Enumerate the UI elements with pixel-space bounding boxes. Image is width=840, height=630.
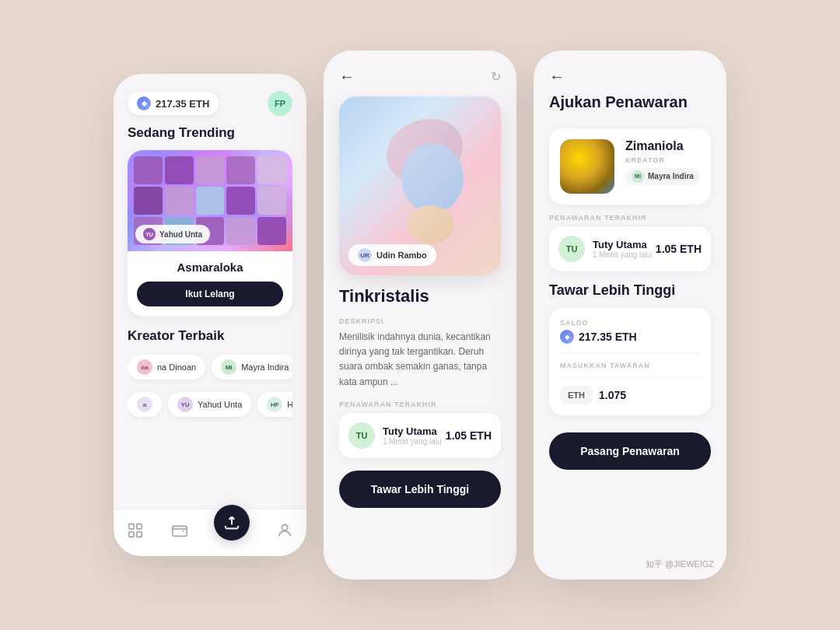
cube [257,156,286,184]
p2-author-name: Udin Rambo [376,250,427,260]
cube [226,187,255,215]
p1-header: ◆ 217.35 ETH FP [114,74,306,125]
p2-author-chip: UR Udin Rambo [348,244,436,266]
eth-balance-badge[interactable]: ◆ 217.35 ETH [128,92,219,115]
nav-wallet-icon[interactable] [170,521,189,540]
svg-rect-2 [129,532,134,537]
p3-bid-amount: 1.05 ETH [656,243,702,255]
nav-profile-icon[interactable] [275,521,294,540]
eth-icon: ◆ [137,96,151,110]
kreator-list-1: na na Dinoan MI Mayra Indira UR [128,348,292,386]
p3-bidder-details: Tuty Utama 1 Menit yang lalu [593,239,652,259]
cube [196,156,225,184]
svg-rect-0 [129,524,134,529]
cube [257,187,286,215]
fp-avatar[interactable]: FP [268,91,292,116]
trending-card: YU Yahud Unta Asmaraloka Ikut Lelang [128,150,292,316]
kreator-chip-yu[interactable]: YU Yahud Unta [168,392,251,417]
last-bid-p3: TU Tuty Utama 1 Menit yang lalu 1.05 ETH [549,226,711,271]
svg-point-5 [282,525,287,530]
p3-bidder-time: 1 Menit yang lalu [593,250,652,259]
shape-3 [408,205,454,244]
cube [257,217,286,245]
back-button[interactable]: ← [339,68,355,86]
tawaran-input-field[interactable] [599,389,726,401]
penawaran-section: TU Tuty Utama 1 Menit yang lalu 1.05 ETH [324,413,516,458]
kreator-avatar: YU [177,397,193,412]
penawaran-label: PENAWARAN TERAKHIR [324,401,516,413]
pasang-button[interactable]: Pasang Penawaran [549,432,711,470]
kreator-section: Kreator Terbaik na na Dinoan MI Mayra In… [114,316,306,423]
kreator-avatar: MI [221,359,236,375]
p3-bidder-avatar: TU [558,236,585,262]
eth-tag: ETH [560,386,593,404]
cube [226,156,255,184]
kreator-chip-p3: MI Mayra Indira [625,168,700,185]
saldo-value: ◆ 217.35 ETH [560,330,700,344]
bid-amount: 1.05 ETH [446,429,492,442]
trending-author-chip: YU Yahud Unta [135,225,210,243]
nft-image-container: UR Udin Rambo [339,96,501,275]
kreator-avatar: a [137,397,152,412]
bidder-time: 1 Menit yang lalu [383,437,442,446]
kreator-chip-a[interactable]: a [128,392,162,417]
nav-home-icon[interactable] [126,521,145,540]
svg-rect-3 [137,532,142,537]
desc-label: DESKRIPSI [324,317,516,330]
kreator-avatar: na [137,359,152,375]
watermark: 知乎 @JIEWEIGZ [646,558,714,570]
kreator-name: na Dinoan [157,362,196,372]
saldo-eth-icon: ◆ [560,330,574,344]
kreator-chip-hf[interactable]: HF Hindia Fia [257,392,292,417]
svg-rect-4 [173,527,187,537]
svg-rect-1 [137,524,142,529]
bidder-avatar: TU [348,422,375,449]
creator-avatar-sm: MI [632,170,644,183]
bid-button[interactable]: Ikut Lelang [137,282,283,306]
phone-1: ◆ 217.35 ETH FP Sedang Trending [114,74,306,556]
p3-header: ← Ajukan Penawaran [534,51,726,119]
tawaran-input-row: ETH Min 1.05 ETH [560,377,700,404]
nft-info-details: Zimaniola KREATOR MI Mayra Indira [625,139,700,185]
kreator-name: Yahud Unta [198,400,242,409]
trending-card-body: Asmaraloka Ikut Lelang [128,251,292,316]
tawar-tinggi-title: Tawar Lebih Tinggi [534,282,726,308]
cube [196,187,225,215]
p2-author-avatar: UR [358,248,372,262]
shape-2 [401,143,464,213]
kreator-label: KREATOR [625,156,700,164]
author-name-trending: Yahud Unta [159,230,202,239]
p3-penawaran-label: PENAWARAN TERAKHIR [534,214,726,226]
kreator-list-2: a YU Yahud Unta HF Hindia Fia [128,386,292,423]
nft-info-name: Zimaniola [625,139,700,153]
cube [226,217,255,245]
kreator-chip-na[interactable]: na na Dinoan [128,355,205,380]
p3-bidder-name: Tuty Utama [593,239,652,250]
cube [134,156,163,184]
nav-upload-fab[interactable] [214,505,250,541]
bottom-nav [114,509,306,556]
kreator-name: Mayra Indira [241,362,289,372]
p3-title: Ajukan Penawaran [549,93,711,111]
kreator-name: Hindia Fia [287,400,292,409]
phone-2: ← ↻ UR Udin Rambo Tinkristalis DESKRIPSI… [324,51,516,579]
cube [134,187,163,215]
phone-3: ← Ajukan Penawaran Zimaniola KREATOR MI … [534,51,726,579]
kreator-avatar: HF [267,397,282,412]
p2-nft-title: Tinkristalis [324,286,516,317]
trending-title: Sedang Trending [114,125,306,150]
planet-art [560,139,614,194]
kreator-title: Kreator Terbaik [128,328,292,348]
masukan-label: MASUKKAN TAWARAN [560,353,700,369]
saldo-label: SALDO [560,319,700,327]
kreator-chip-mi[interactable]: MI Mayra Indira [212,355,292,380]
refresh-button[interactable]: ↻ [491,69,501,84]
bidder-name: Tuty Utama [383,425,442,437]
p2-header: ← ↻ [324,51,516,86]
nft-thumbnail [560,139,614,194]
author-avatar-sm: YU [143,228,156,240]
p3-back-button[interactable]: ← [549,68,565,85]
desc-text: Menilisik indahnya dunia, kecantikan dir… [324,330,516,401]
tawar-button[interactable]: Tawar Lebih Tinggi [339,471,501,508]
last-bid-card: TU Tuty Utama 1 Menit yang lalu 1.05 ETH [339,413,501,458]
